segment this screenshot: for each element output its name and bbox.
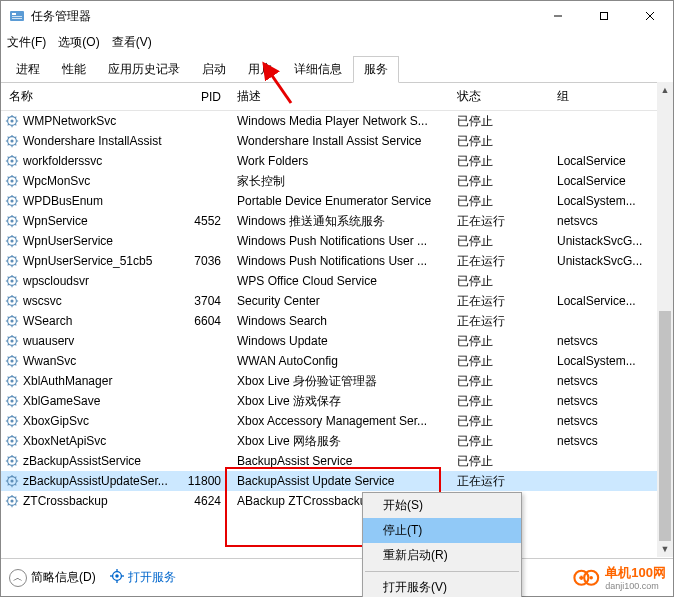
- context-menu: 开始(S)停止(T)重新启动(R)打开服务(V): [362, 492, 522, 597]
- table-row[interactable]: zBackupAssistUpdateSer...11800BackupAssi…: [1, 471, 673, 491]
- maximize-button[interactable]: [581, 1, 627, 31]
- table-row[interactable]: ZTCrossbackup4624ABackup ZTCrossbackup正在…: [1, 491, 673, 511]
- table-row[interactable]: XblAuthManagerXbox Live 身份验证管理器已停止netsvc…: [1, 371, 673, 391]
- service-desc: Xbox Accessory Management Ser...: [229, 414, 449, 428]
- svg-point-89: [10, 279, 13, 282]
- svg-line-197: [15, 477, 16, 478]
- tab-5[interactable]: 详细信息: [283, 56, 353, 83]
- menu-options[interactable]: 选项(O): [58, 34, 99, 51]
- svg-line-166: [8, 424, 9, 425]
- table-row[interactable]: Wondershare InstallAssistWondershare Ins…: [1, 131, 673, 151]
- tab-4[interactable]: 用户: [237, 56, 283, 83]
- table-row[interactable]: WwanSvcWWAN AutoConfig已停止LocalSystem...: [1, 351, 673, 371]
- tab-6[interactable]: 服务: [353, 56, 399, 83]
- svg-line-177: [15, 437, 16, 438]
- table-row[interactable]: XboxGipSvcXbox Accessory Management Ser.…: [1, 411, 673, 431]
- service-icon: [5, 434, 19, 448]
- bottom-bar: ︿ 简略信息(D) 打开服务: [1, 558, 673, 596]
- table-row[interactable]: WpcMonSvc家长控制已停止LocalService: [1, 171, 673, 191]
- svg-point-39: [10, 179, 13, 182]
- menubar: 文件(F) 选项(O) 查看(V): [1, 31, 673, 53]
- table-row[interactable]: wscsvc3704Security Center正在运行LocalServic…: [1, 291, 673, 311]
- svg-line-195: [15, 484, 16, 485]
- svg-point-209: [115, 574, 119, 578]
- menu-view[interactable]: 查看(V): [112, 34, 152, 51]
- vertical-scrollbar[interactable]: ▲ ▼: [657, 82, 673, 557]
- service-icon: [5, 174, 19, 188]
- svg-line-134: [8, 357, 9, 358]
- svg-line-34: [8, 157, 9, 158]
- service-name: WpnUserService_51cb5: [23, 254, 152, 268]
- svg-line-147: [15, 377, 16, 378]
- context-menu-item[interactable]: 停止(T): [363, 518, 521, 543]
- svg-line-115: [15, 324, 16, 325]
- table-row[interactable]: wpscloudsvrWPS Office Cloud Service已停止: [1, 271, 673, 291]
- service-desc: Security Center: [229, 294, 449, 308]
- table-row[interactable]: WpnService4552Windows 推送通知系统服务正在运行netsvc…: [1, 211, 673, 231]
- table-row[interactable]: WMPNetworkSvcWindows Media Player Networ…: [1, 111, 673, 131]
- scroll-track[interactable]: [657, 98, 673, 541]
- svg-point-159: [10, 419, 13, 422]
- table-row[interactable]: WPDBusEnumPortable Device Enumerator Ser…: [1, 191, 673, 211]
- service-icon: [5, 454, 19, 468]
- tab-3[interactable]: 启动: [191, 56, 237, 83]
- table-row[interactable]: WSearch6604Windows Search正在运行: [1, 311, 673, 331]
- close-button[interactable]: [627, 1, 673, 31]
- tabbar: 进程性能应用历史记录启动用户详细信息服务: [1, 55, 673, 83]
- service-desc: Windows Push Notifications User ...: [229, 234, 449, 248]
- col-name[interactable]: 名称: [1, 88, 171, 105]
- table-row[interactable]: XblGameSaveXbox Live 游戏保存已停止netsvcs: [1, 391, 673, 411]
- svg-line-196: [8, 484, 9, 485]
- open-services-link[interactable]: 打开服务: [110, 569, 176, 586]
- table-row[interactable]: workfolderssvcWork Folders已停止LocalServic…: [1, 151, 673, 171]
- gear-icon: [110, 569, 124, 586]
- col-desc[interactable]: 描述: [229, 88, 449, 105]
- service-icon: [5, 254, 19, 268]
- service-icon: [5, 414, 19, 428]
- service-name: WwanSvc: [23, 354, 76, 368]
- col-status[interactable]: 状态: [449, 88, 549, 105]
- col-pid[interactable]: PID: [171, 90, 229, 104]
- svg-line-185: [15, 464, 16, 465]
- titlebar[interactable]: 任务管理器: [1, 1, 673, 31]
- service-name: WpcMonSvc: [23, 174, 90, 188]
- tab-0[interactable]: 进程: [5, 56, 51, 83]
- table-row[interactable]: wuauservWindows Update已停止netsvcs: [1, 331, 673, 351]
- window-title: 任务管理器: [31, 8, 535, 25]
- service-group: LocalSystem...: [549, 354, 673, 368]
- service-name: XboxNetApiSvc: [23, 434, 106, 448]
- svg-point-59: [10, 219, 13, 222]
- svg-line-15: [15, 124, 16, 125]
- service-icon: [5, 134, 19, 148]
- scroll-thumb[interactable]: [659, 311, 671, 541]
- menu-file[interactable]: 文件(F): [7, 34, 46, 51]
- svg-line-155: [15, 404, 16, 405]
- table-row[interactable]: zBackupAssistServiceBackupAssist Service…: [1, 451, 673, 471]
- service-name: Wondershare InstallAssist: [23, 134, 162, 148]
- service-status: 已停止: [449, 233, 549, 250]
- service-group: netsvcs: [549, 214, 673, 228]
- service-group: netsvcs: [549, 334, 673, 348]
- tab-1[interactable]: 性能: [51, 56, 97, 83]
- service-icon: [5, 394, 19, 408]
- tab-2[interactable]: 应用历史记录: [97, 56, 191, 83]
- table-row[interactable]: WpnUserServiceWindows Push Notifications…: [1, 231, 673, 251]
- service-icon: [5, 114, 19, 128]
- svg-line-164: [8, 417, 9, 418]
- svg-point-219: [590, 576, 593, 579]
- table-row[interactable]: XboxNetApiSvcXbox Live 网络服务已停止netsvcs: [1, 431, 673, 451]
- svg-point-139: [10, 379, 13, 382]
- svg-line-54: [8, 197, 9, 198]
- minimize-button[interactable]: [535, 1, 581, 31]
- table-row[interactable]: WpnUserService_51cb57036Windows Push Not…: [1, 251, 673, 271]
- context-menu-item[interactable]: 重新启动(R): [363, 543, 521, 568]
- context-menu-item[interactable]: 打开服务(V): [363, 575, 521, 597]
- svg-line-174: [8, 437, 9, 438]
- service-icon: [5, 494, 19, 508]
- context-menu-item[interactable]: 开始(S): [363, 493, 521, 518]
- scroll-up-icon[interactable]: ▲: [657, 82, 673, 98]
- service-status: 已停止: [449, 433, 549, 450]
- scroll-down-icon[interactable]: ▼: [657, 541, 673, 557]
- col-group[interactable]: 组: [549, 88, 673, 105]
- fewer-details-button[interactable]: ︿ 简略信息(D): [9, 569, 96, 587]
